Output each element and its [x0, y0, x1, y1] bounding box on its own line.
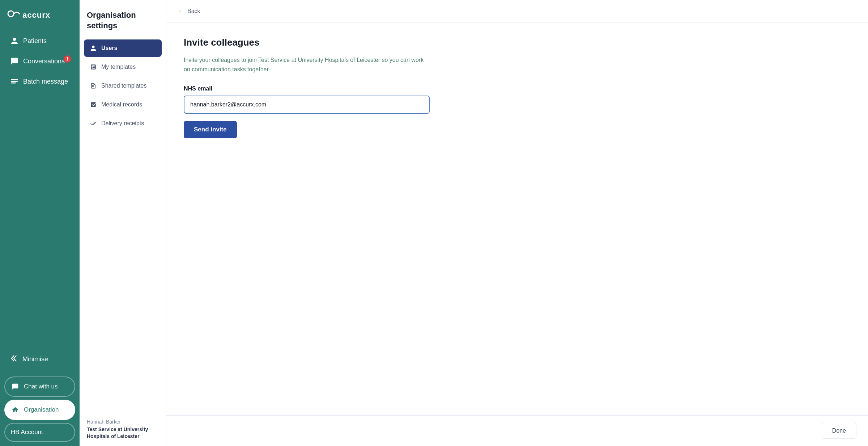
main-footer: Done	[166, 415, 868, 446]
settings-user-name: Hannah Barker	[87, 419, 159, 425]
settings-nav-item-medical-records[interactable]: Medical records	[84, 96, 162, 113]
shared-template-icon	[90, 82, 97, 89]
email-input[interactable]	[184, 96, 430, 114]
done-label: Done	[832, 428, 846, 434]
home-icon	[11, 405, 20, 414]
template-icon	[90, 63, 97, 71]
minimise-label: Minimise	[22, 355, 48, 363]
svg-rect-1	[11, 79, 18, 80]
sidebar-item-patients-label: Patients	[23, 37, 47, 45]
logo: accurx	[0, 0, 80, 29]
settings-nav-item-users[interactable]: Users	[84, 39, 162, 57]
chat-with-us-label: Chat with us	[24, 383, 58, 390]
sidebar-bottom: Chat with us Organisation HB Account	[0, 372, 80, 446]
medical-icon	[90, 101, 97, 108]
main-content: ← Back Invite colleagues Invite your col…	[166, 0, 868, 446]
settings-user-info: Hannah Barker Test Service at University…	[80, 413, 166, 446]
invite-description: Invite your colleagues to join Test Serv…	[184, 55, 430, 74]
back-arrow-icon: ←	[178, 7, 184, 15]
sidebar-item-batch-message-label: Batch message	[23, 78, 68, 85]
settings-nav-item-delivery-receipts[interactable]: Delivery receipts	[84, 115, 162, 132]
svg-rect-2	[11, 81, 18, 82]
hb-account-label: HB Account	[11, 429, 43, 436]
organisation-label: Organisation	[24, 406, 59, 413]
sidebar-item-conversations-label: Conversations	[23, 58, 65, 65]
minimise-icon	[10, 354, 18, 364]
settings-nav-item-shared-templates-label: Shared templates	[101, 83, 146, 89]
minimise-button[interactable]: Minimise	[4, 349, 75, 369]
svg-point-0	[8, 11, 14, 17]
settings-nav-item-delivery-receipts-label: Delivery receipts	[101, 120, 144, 127]
settings-panel: Organisation settings Users My templates	[80, 0, 166, 446]
done-button[interactable]: Done	[822, 423, 856, 439]
back-button[interactable]: ← Back	[178, 7, 200, 15]
back-label: Back	[187, 8, 200, 14]
sidebar-item-batch-message[interactable]: Batch message	[4, 72, 75, 91]
main-body: Invite colleagues Invite your colleagues…	[166, 22, 868, 415]
receipt-icon	[90, 120, 97, 127]
settings-nav-item-my-templates-label: My templates	[101, 64, 136, 70]
send-invite-button[interactable]: Send invite	[184, 121, 237, 138]
sidebar-item-organisation[interactable]: Organisation	[4, 400, 75, 420]
sidebar-item-conversations[interactable]: Conversations 1	[4, 52, 75, 71]
settings-nav-item-shared-templates[interactable]: Shared templates	[84, 77, 162, 94]
svg-rect-3	[11, 83, 16, 84]
sidebar: accurx Patients Conversations 1	[0, 0, 80, 446]
send-invite-label: Send invite	[194, 126, 227, 133]
sidebar-nav: Patients Conversations 1 Batch message	[0, 29, 80, 372]
batch-message-icon	[10, 77, 19, 86]
settings-nav: Users My templates Shared templates	[80, 39, 166, 132]
sidebar-item-patients[interactable]: Patients	[4, 31, 75, 50]
logo-icon	[7, 9, 20, 21]
logo-text: accurx	[22, 10, 50, 20]
users-icon	[90, 45, 97, 52]
chat-bubble-icon	[11, 382, 20, 391]
settings-user-org: Test Service at University Hospitals of …	[87, 426, 159, 440]
sidebar-item-chat-with-us[interactable]: Chat with us	[4, 376, 75, 397]
settings-nav-item-users-label: Users	[101, 45, 117, 51]
settings-nav-item-my-templates[interactable]: My templates	[84, 58, 162, 76]
person-icon	[10, 37, 19, 45]
settings-title: Organisation settings	[80, 0, 166, 39]
conversations-badge: 1	[64, 55, 71, 63]
email-label: NHS email	[184, 85, 851, 92]
main-header: ← Back	[166, 0, 868, 22]
sidebar-item-hb-account[interactable]: HB Account	[4, 423, 75, 442]
settings-nav-item-medical-records-label: Medical records	[101, 101, 142, 108]
conversations-icon	[10, 57, 19, 66]
invite-title: Invite colleagues	[184, 37, 851, 48]
